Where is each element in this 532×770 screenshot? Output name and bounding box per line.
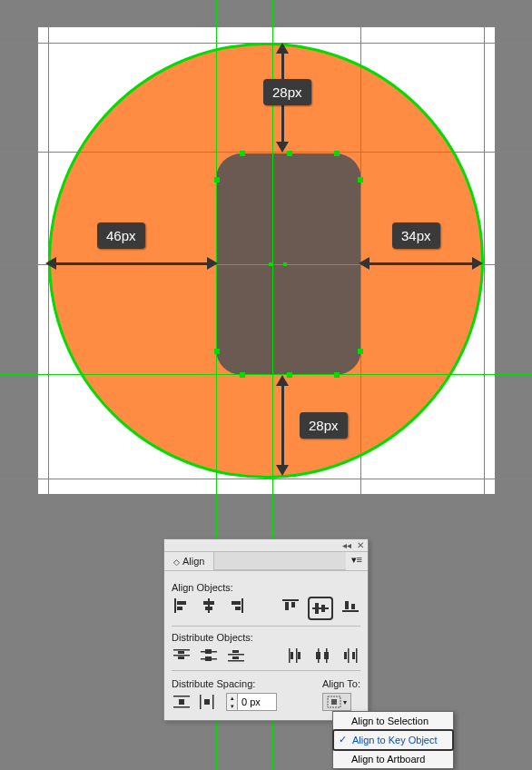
svg-rect-15	[342, 610, 359, 612]
tab-align-label: Align	[182, 556, 204, 567]
guide-horizontal	[0, 152, 532, 153]
svg-rect-36	[316, 652, 320, 659]
measure-label-bottom: 28px	[300, 412, 348, 439]
svg-rect-41	[352, 652, 355, 659]
svg-rect-20	[178, 651, 184, 654]
spacing-stepper[interactable]: ▴ ▾	[226, 693, 277, 711]
distribute-vspace-icon[interactable]	[172, 693, 192, 711]
svg-rect-28	[232, 650, 239, 653]
distribute-right-icon[interactable]	[340, 647, 360, 665]
chevron-down-icon: ▾	[343, 698, 347, 706]
align-top-icon[interactable]	[281, 597, 300, 615]
distribute-bottom-icon[interactable]	[226, 647, 246, 665]
svg-rect-29	[232, 656, 239, 659]
guide-horizontal	[0, 374, 532, 375]
guide-horizontal	[0, 43, 532, 44]
panel-controls: ◂◂ ✕	[164, 539, 368, 552]
svg-rect-31	[296, 648, 298, 663]
svg-rect-21	[178, 656, 184, 659]
anchor-point[interactable]	[214, 177, 220, 183]
anchor-point[interactable]	[358, 349, 363, 354]
svg-rect-30	[289, 648, 291, 663]
svg-rect-7	[232, 601, 241, 605]
distribute-left-icon[interactable]	[286, 647, 306, 665]
svg-rect-42	[173, 696, 190, 697]
center-indicator	[283, 262, 287, 266]
panel-body: Align Objects: Distribute Objects: Distr…	[164, 571, 368, 720]
svg-rect-14	[321, 605, 325, 612]
svg-rect-40	[344, 652, 347, 659]
distribute-top-icon[interactable]	[172, 647, 192, 665]
panel-menu-icon[interactable]: ▾≡	[346, 552, 368, 570]
svg-rect-33	[298, 652, 300, 659]
anchor-point[interactable]	[214, 349, 220, 354]
dropdown-item-key-object[interactable]: ✓ Align to Key Object	[332, 729, 454, 751]
panel-tabs: ◇Align ▾≡	[164, 552, 368, 571]
arrow-head-right-icon	[207, 257, 218, 270]
svg-rect-43	[173, 706, 190, 708]
anchor-point[interactable]	[240, 372, 245, 378]
svg-rect-4	[203, 601, 214, 605]
anchor-point[interactable]	[240, 151, 245, 156]
anchor-point[interactable]	[358, 177, 363, 183]
check-icon: ✓	[339, 734, 347, 745]
svg-rect-44	[179, 699, 184, 705]
dropdown-item-selection[interactable]: Align to Selection	[333, 712, 453, 730]
distribute-objects-row	[172, 647, 360, 665]
measure-arrow-vertical	[281, 380, 284, 470]
distribute-hspace-icon[interactable]	[197, 693, 217, 711]
stepper-down-icon[interactable]: ▾	[227, 702, 237, 710]
svg-rect-8	[235, 607, 241, 610]
align-vcenter-icon[interactable]	[308, 597, 333, 620]
dropdown-item-artboard[interactable]: Align to Artboard	[333, 750, 453, 768]
svg-rect-19	[173, 655, 190, 656]
anchor-point[interactable]	[334, 151, 340, 156]
align-to-dropdown-button[interactable]: ▾	[322, 693, 351, 711]
svg-rect-10	[285, 602, 289, 610]
arrow-head-left-icon	[45, 257, 56, 270]
svg-rect-2	[177, 607, 182, 610]
svg-rect-0	[174, 598, 176, 613]
align-right-icon[interactable]	[226, 597, 246, 615]
anchor-point[interactable]	[334, 372, 340, 378]
measure-arrow-horizontal	[54, 262, 211, 265]
measure-arrow-horizontal	[367, 262, 476, 265]
svg-rect-46	[212, 695, 214, 709]
spacing-input[interactable]	[238, 696, 276, 707]
svg-rect-17	[351, 604, 355, 609]
guide-horizontal	[0, 479, 532, 479]
tab-align[interactable]: ◇Align	[164, 552, 214, 570]
svg-rect-18	[173, 649, 190, 651]
svg-rect-5	[205, 607, 212, 610]
svg-rect-32	[291, 652, 293, 659]
label-align-to: Align To:	[322, 678, 360, 689]
close-icon[interactable]: ✕	[357, 540, 364, 550]
arrow-head-up-icon	[276, 375, 289, 386]
svg-rect-49	[331, 699, 337, 705]
align-panel[interactable]: ◂◂ ✕ ◇Align ▾≡ Align Objects: Distribute…	[163, 538, 369, 721]
label-distribute-spacing: Distribute Spacing:	[172, 678, 277, 689]
svg-rect-27	[228, 660, 244, 662]
align-hcenter-icon[interactable]	[199, 597, 219, 615]
svg-rect-1	[177, 601, 186, 605]
dropdown-item-label: Align to Key Object	[352, 735, 438, 745]
svg-rect-11	[291, 602, 295, 607]
align-to-dropdown-menu[interactable]: Align to Selection ✓ Align to Key Object…	[332, 711, 454, 769]
arrow-head-up-icon	[276, 43, 289, 54]
svg-rect-24	[205, 649, 212, 654]
label-distribute-objects: Distribute Objects:	[172, 632, 360, 643]
collapse-icon[interactable]: ◂◂	[342, 540, 351, 550]
distribute-vcenter-icon[interactable]	[199, 647, 219, 665]
align-to-group: Align To: ▾	[322, 673, 360, 711]
arrow-head-right-icon	[472, 257, 483, 270]
align-bottom-icon[interactable]	[340, 597, 360, 615]
center-indicator	[269, 262, 272, 266]
stepper-up-icon[interactable]: ▴	[227, 694, 237, 702]
svg-rect-16	[345, 601, 349, 609]
guide-vertical	[484, 0, 485, 770]
align-left-icon[interactable]	[172, 597, 192, 615]
arrow-head-down-icon	[276, 142, 289, 153]
svg-rect-9	[282, 599, 299, 601]
distribute-hcenter-icon[interactable]	[313, 647, 333, 665]
arrow-head-left-icon	[359, 257, 369, 270]
